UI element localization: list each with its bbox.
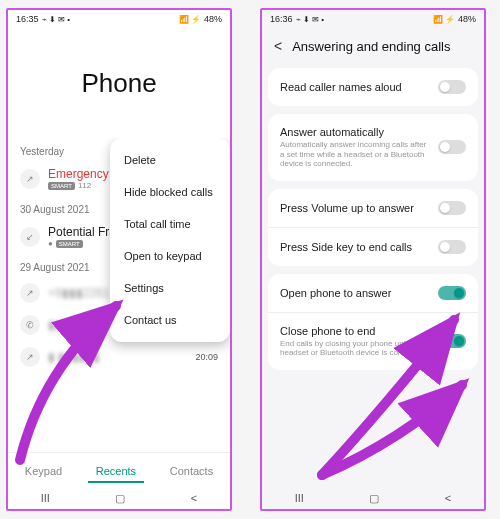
setting-title: Answer automatically [280,126,430,138]
menu-item-settings[interactable]: Settings [110,272,230,304]
tab-recents[interactable]: Recents [88,461,144,483]
menu-item-delete[interactable]: Delete [110,144,230,176]
status-time: 16:36 [270,14,293,24]
settings-list[interactable]: Read caller names aloud Answer automatic… [262,68,484,487]
carrier-badge: SMART [48,182,75,190]
status-bar: 16:36 ⌁ ⬇ ✉ • 📶 ⚡ 48% [262,10,484,28]
nav-recent-icon[interactable]: III [41,492,50,504]
status-battery: 48% [204,14,222,24]
android-nav-bar: III ▢ < [262,487,484,509]
setting-answer-automatically[interactable]: Answer automatically Automatically answe… [268,114,478,181]
incoming-call-icon: ↙ [20,227,40,247]
overflow-menu: Delete Hide blocked calls Total call tim… [110,138,230,342]
toggle-switch[interactable] [438,140,466,154]
menu-item-total-call-time[interactable]: Total call time [110,208,230,240]
setting-title: Close phone to end [280,325,430,337]
setting-title: Open phone to answer [280,287,430,299]
toggle-switch[interactable] [438,80,466,94]
nav-recent-icon[interactable]: III [295,492,304,504]
setting-title: Press Volume up to answer [280,202,430,214]
outgoing-call-icon: ↗ [20,283,40,303]
toggle-switch[interactable] [438,201,466,215]
page-title: Phone [81,68,156,99]
call-title: ▮ ▮▮▮▮▮▮ [48,350,187,364]
call-log[interactable]: Yesterday ↗ Emergency n SMART 112 30 Aug… [8,138,230,452]
menu-item-hide-blocked[interactable]: Hide blocked calls [110,176,230,208]
menu-item-contact-us[interactable]: Contact us [110,304,230,336]
toggle-switch[interactable] [438,240,466,254]
outgoing-call-icon: ↗ [20,169,40,189]
phone-screenshot-left: 16:35 ⌁ ⬇ ✉ • 📶 ⚡ 48% Phone Yesterday ↗ … [6,8,232,511]
nav-home-icon[interactable]: ▢ [369,492,379,505]
bottom-tabs: Keypad Recents Contacts [8,452,230,487]
status-time: 16:35 [16,14,39,24]
nav-back-icon[interactable]: < [191,492,197,504]
carrier-badge: SMART [56,240,83,248]
tab-contacts[interactable]: Contacts [162,461,221,483]
toggle-switch[interactable] [438,286,466,300]
status-signal-icons: 📶 ⚡ [433,15,455,24]
status-notif-icons: ⌁ ⬇ ✉ • [42,15,70,24]
settings-title: Answering and ending calls [292,39,450,54]
menu-item-open-keypad[interactable]: Open to keypad [110,240,230,272]
call-sub-prefix: ● [48,239,53,248]
nav-home-icon[interactable]: ▢ [115,492,125,505]
call-time: 20:09 [195,352,218,362]
list-item[interactable]: ↗ ▮ ▮▮▮▮▮▮ 20:09 [18,341,220,373]
toggle-switch[interactable] [438,334,466,348]
settings-group: Read caller names aloud [268,68,478,106]
outgoing-call-icon: ↗ [20,347,40,367]
settings-group: Open phone to answer Close phone to end … [268,274,478,370]
tab-keypad[interactable]: Keypad [17,461,70,483]
setting-side-key-end[interactable]: Press Side key to end calls [268,227,478,266]
setting-subtitle: Automatically answer incoming calls afte… [280,140,430,169]
status-battery: 48% [458,14,476,24]
nav-back-icon[interactable]: < [445,492,451,504]
settings-header: < Answering and ending calls [262,28,484,68]
status-signal-icons: 📶 ⚡ [179,15,201,24]
setting-volume-up-answer[interactable]: Press Volume up to answer [268,189,478,227]
back-icon[interactable]: < [274,38,282,54]
page-title-area: Phone [8,28,230,138]
call-icon: ✆ [20,315,40,335]
android-nav-bar: III ▢ < [8,487,230,509]
setting-title: Read caller names aloud [280,81,430,93]
phone-screenshot-right: 16:36 ⌁ ⬇ ✉ • 📶 ⚡ 48% < Answering and en… [260,8,486,511]
setting-open-phone-answer[interactable]: Open phone to answer [268,274,478,312]
status-notif-icons: ⌁ ⬇ ✉ • [296,15,324,24]
setting-read-caller-names[interactable]: Read caller names aloud [268,68,478,106]
settings-group: Press Volume up to answer Press Side key… [268,189,478,266]
setting-subtitle: End calls by closing your phone unless a… [280,339,430,358]
call-subtext: 112 [78,181,91,190]
setting-close-phone-end[interactable]: Close phone to end End calls by closing … [268,312,478,370]
status-bar: 16:35 ⌁ ⬇ ✉ • 📶 ⚡ 48% [8,10,230,28]
settings-group: Answer automatically Automatically answe… [268,114,478,181]
setting-title: Press Side key to end calls [280,241,430,253]
